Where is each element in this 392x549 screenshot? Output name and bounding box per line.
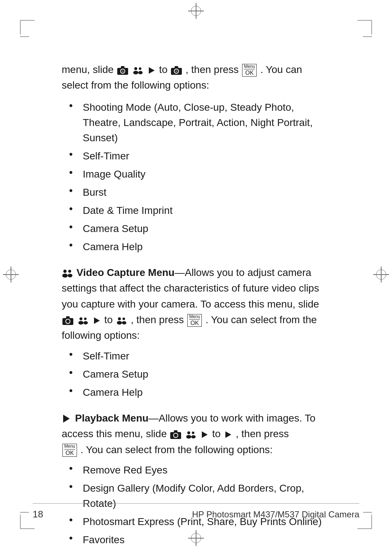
side-mark-left-top: [20, 36, 29, 37]
menu-ok-icon-1: Menu OK: [242, 64, 257, 77]
corner-mark-bl: [20, 515, 34, 529]
svg-point-5: [133, 71, 138, 74]
section2-heading-bold: Video Capture Menu: [77, 267, 175, 278]
svg-point-14: [62, 274, 68, 278]
svg-rect-1: [121, 66, 124, 69]
svg-marker-38: [225, 431, 231, 438]
svg-point-36: [191, 435, 196, 438]
play-icon-heading: [62, 412, 75, 424]
section1-bullets: Shooting Mode (Auto, Close-up, Steady Ph…: [62, 100, 330, 255]
play-icon-1: [147, 64, 159, 75]
bullet-item: Date & Time Imprint: [69, 203, 330, 218]
svg-point-34: [186, 435, 191, 439]
camera-icon-3: [62, 314, 77, 325]
bullet-item: Image Quality: [69, 167, 330, 182]
svg-point-15: [68, 270, 71, 273]
bullet-item: Burst: [69, 185, 330, 200]
menu-ok-icon-2: Menu OK: [187, 314, 202, 327]
svg-point-28: [122, 321, 126, 324]
svg-point-6: [139, 67, 141, 70]
crosshair-top: [188, 3, 204, 19]
svg-rect-10: [175, 66, 178, 69]
section3-heading-bold: Playback Menu: [75, 412, 148, 424]
svg-point-21: [78, 321, 83, 325]
page-number: 18: [33, 509, 43, 520]
video-icon-heading: [62, 267, 77, 278]
crosshair-left: [3, 267, 19, 282]
bullet-item: Remove Red Eyes: [69, 463, 330, 478]
svg-point-25: [118, 317, 121, 320]
svg-point-13: [64, 270, 67, 273]
people-icon-2: [77, 314, 92, 325]
svg-point-33: [187, 431, 190, 434]
svg-marker-37: [202, 431, 208, 438]
svg-rect-31: [174, 430, 177, 433]
bullet-item: Favorites: [69, 532, 330, 548]
to-text-3: to: [212, 428, 224, 439]
side-mark-right-bottom: [363, 512, 372, 513]
svg-rect-18: [66, 316, 70, 319]
bullet-item: Camera Help: [69, 385, 330, 400]
play-icon-2: [92, 314, 105, 325]
bullet-item: Self-Timer: [69, 349, 330, 364]
to-text-2: to: [104, 314, 115, 325]
svg-point-4: [134, 67, 137, 70]
camera-icon-2: [170, 64, 185, 75]
corner-mark-tl: [20, 20, 34, 34]
corner-mark-br: [358, 515, 372, 529]
svg-point-3: [122, 70, 124, 72]
svg-point-26: [117, 321, 122, 325]
corner-mark-tr: [358, 20, 372, 34]
play-icon-4: [224, 428, 236, 439]
bullet-item: Camera Setup: [69, 367, 330, 382]
bullet-item: Self-Timer: [69, 149, 330, 164]
svg-point-20: [79, 317, 82, 320]
side-mark-right-top: [363, 36, 372, 37]
svg-point-22: [84, 317, 86, 320]
play-icon-3: [200, 428, 212, 439]
people-icon-1: [132, 64, 147, 75]
footer: 18 HP Photosmart M437/M537 Digital Camer…: [33, 503, 359, 520]
people-icon-3: [115, 314, 131, 325]
svg-point-23: [83, 321, 88, 324]
svg-marker-24: [94, 317, 100, 324]
section2-bullets: Self-Timer Camera Setup Camera Help: [62, 349, 330, 400]
svg-marker-29: [63, 415, 70, 423]
svg-point-27: [123, 317, 125, 320]
section1-intro: menu, slide: [62, 62, 330, 93]
svg-point-12: [175, 70, 177, 72]
to-text-1: to: [159, 64, 170, 75]
svg-marker-8: [149, 67, 155, 74]
svg-point-7: [138, 71, 143, 74]
bullet-item: Camera Help: [69, 239, 330, 255]
menu-ok-icon-3: Menu OK: [62, 444, 77, 456]
crosshair-right: [373, 267, 389, 282]
people-icon-4: [185, 428, 200, 439]
camera-icon-4: [170, 428, 185, 439]
section2-header: Video Capture Menu—Allows you to adjust …: [62, 265, 330, 343]
svg-point-16: [68, 274, 73, 277]
page: menu, slide: [0, 0, 392, 549]
bullet-item: Camera Setup: [69, 221, 330, 236]
main-content: menu, slide: [33, 40, 359, 549]
section3-header: Playback Menu—Allows you to work with im…: [62, 410, 330, 458]
footer-title: HP Photosmart M437/M537 Digital Camera: [192, 509, 359, 520]
camera-icon-1: [117, 64, 132, 75]
svg-point-35: [192, 431, 195, 434]
bullet-item: Shooting Mode (Auto, Close-up, Steady Ph…: [69, 100, 330, 146]
side-mark-left-bottom: [20, 512, 29, 513]
